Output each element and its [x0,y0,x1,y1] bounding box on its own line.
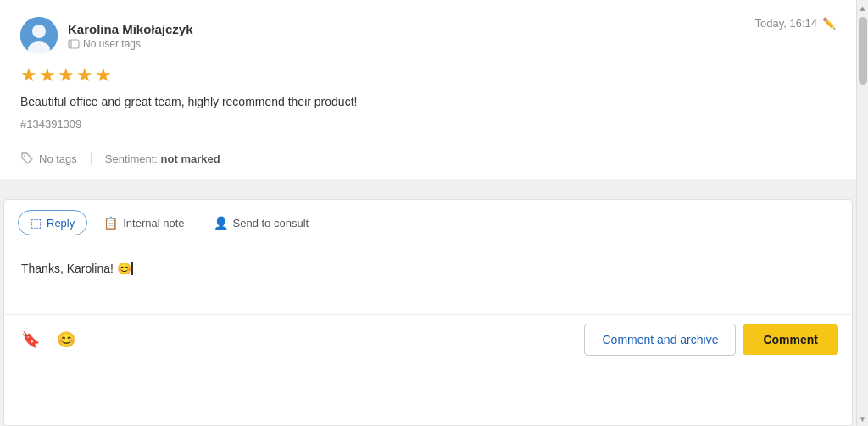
reply-text-area[interactable]: Thanks, Karolina! 😊 [4,246,852,314]
reply-panel: ⬚ Reply 📋 Internal note 👤 Send to consul… [3,199,853,426]
comment-and-archive-button[interactable]: Comment and archive [584,324,736,356]
user-tags-row: No user tags [68,38,193,50]
main-content: Karolina Mikołajczyk No user tags Today,… [0,0,856,426]
scroll-up-arrow[interactable]: ▲ [857,0,869,15]
reviewer-info: Karolina Mikołajczyk No user tags [20,17,193,54]
star-rating: ★★★★★ [20,64,836,86]
svg-rect-3 [69,40,79,48]
svg-point-1 [32,25,46,38]
text-cursor [131,262,133,275]
review-id: #134391309 [20,118,836,130]
timestamp: Today, 16:14 ✏️ [755,17,836,30]
tag-outline-icon [20,152,34,165]
internal-note-icon: 📋 [103,216,118,230]
scroll-down-arrow[interactable]: ▼ [857,411,869,426]
reply-footer: 🔖 😊 Comment and archive Comment [4,314,852,364]
reviewer-name: Karolina Mikołajczyk [68,22,193,36]
footer-right-actions: Comment and archive Comment [584,324,838,356]
avatar [20,17,58,54]
tag-icon [68,39,80,49]
section-gap [0,179,856,199]
review-card: Karolina Mikołajczyk No user tags Today,… [0,0,856,179]
review-footer: No tags Sentiment: not marked [20,141,836,165]
comment-button[interactable]: Comment [743,324,838,355]
user-tags-label: No user tags [83,38,141,50]
sentiment: Sentiment: not marked [105,152,220,165]
separator [91,152,92,165]
edit-icon[interactable]: ✏️ [822,17,836,30]
consult-icon: 👤 [214,216,228,230]
tab-send-to-consult[interactable]: 👤 Send to consult [201,210,322,235]
scrollbar-thumb[interactable] [859,17,867,85]
footer-left-actions: 🔖 😊 [18,327,79,352]
tab-internal-note[interactable]: 📋 Internal note [91,210,197,235]
reviewer-details: Karolina Mikołajczyk No user tags [68,22,193,50]
tab-reply[interactable]: ⬚ Reply [18,210,87,235]
bookmark-icon[interactable]: 🔖 [18,327,43,352]
review-text: Beautiful office and great team, highly … [20,93,836,111]
review-header: Karolina Mikołajczyk No user tags Today,… [20,17,836,54]
emoji-icon[interactable]: 😊 [53,327,79,352]
no-tags: No tags [20,152,77,165]
reply-tabs: ⬚ Reply 📋 Internal note 👤 Send to consul… [4,200,852,246]
scrollbar[interactable]: ▲ ▼ [856,0,868,426]
reply-tab-icon: ⬚ [31,216,42,230]
svg-point-5 [24,155,25,157]
